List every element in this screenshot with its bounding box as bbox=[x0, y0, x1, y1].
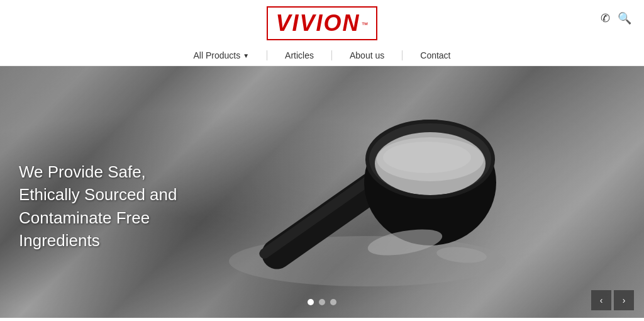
site-header: ✆ 🔍 VIVION™ All Products ▼ Articles Abou… bbox=[0, 0, 644, 66]
hero-line4: Ingredients bbox=[19, 229, 177, 252]
hero-headline: We Provide Safe, Ethically Sourced and C… bbox=[19, 160, 177, 252]
logo-text: VIVION bbox=[275, 10, 360, 36]
nav-item-contact[interactable]: Contact bbox=[402, 50, 468, 60]
hero-line3: Contaminate Free bbox=[19, 206, 177, 229]
carousel-dot-1[interactable] bbox=[308, 299, 314, 305]
chevron-down-icon: ▼ bbox=[243, 52, 249, 59]
nav-item-about-us[interactable]: About us bbox=[331, 50, 402, 60]
hero-line1: We Provide Safe, bbox=[19, 160, 177, 183]
nav-item-all-products[interactable]: All Products ▼ bbox=[175, 50, 267, 60]
carousel-dot-2[interactable] bbox=[319, 299, 325, 305]
carousel-prev-button[interactable]: ‹ bbox=[591, 290, 611, 310]
phone-icon[interactable]: ✆ bbox=[601, 11, 610, 25]
main-nav: All Products ▼ Articles About us Contact bbox=[0, 45, 644, 65]
carousel-dots bbox=[308, 299, 336, 305]
header-icons: ✆ 🔍 bbox=[601, 11, 631, 25]
logo-container[interactable]: VIVION™ bbox=[267, 6, 377, 40]
logo-tm: ™ bbox=[362, 21, 369, 28]
hero-line2: Ethically Sourced and bbox=[19, 183, 177, 206]
carousel-dot-3[interactable] bbox=[330, 299, 336, 305]
logo-box: VIVION™ bbox=[267, 6, 377, 40]
search-icon[interactable]: 🔍 bbox=[618, 11, 631, 25]
hero-section: We Provide Safe, Ethically Sourced and C… bbox=[0, 66, 644, 318]
nav-item-articles[interactable]: Articles bbox=[267, 50, 331, 60]
carousel-next-button[interactable]: › bbox=[614, 290, 634, 310]
